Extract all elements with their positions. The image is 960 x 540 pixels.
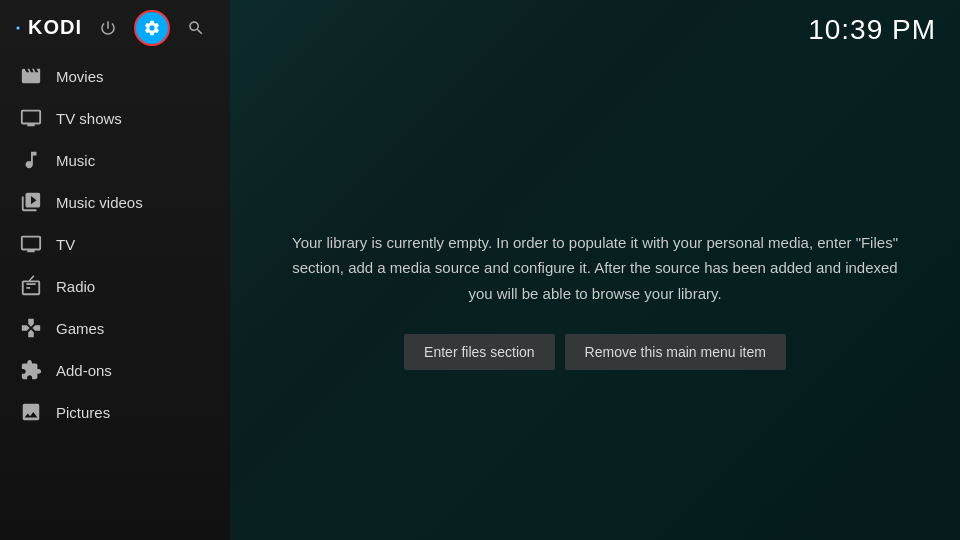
games-icon xyxy=(20,317,42,339)
power-icon xyxy=(99,19,117,37)
power-button[interactable] xyxy=(90,10,126,46)
sidebar: KODI xyxy=(0,0,230,540)
tvshows-label: TV shows xyxy=(56,110,122,127)
games-label: Games xyxy=(56,320,104,337)
radio-label: Radio xyxy=(56,278,95,295)
pictures-icon xyxy=(20,401,42,423)
addons-icon xyxy=(20,359,42,381)
music-icon xyxy=(20,149,42,171)
clock: 10:39 PM xyxy=(808,14,936,46)
search-icon xyxy=(187,19,205,37)
radio-icon xyxy=(20,275,42,297)
top-bar: 10:39 PM xyxy=(230,0,960,60)
action-buttons: Enter files section Remove this main men… xyxy=(404,334,786,370)
sidebar-item-musicvideos[interactable]: Music videos xyxy=(0,181,230,223)
tvshows-icon xyxy=(20,107,42,129)
header-icons xyxy=(90,10,214,46)
library-message: Your library is currently empty. In orde… xyxy=(290,230,900,307)
musicvideos-icon xyxy=(20,191,42,213)
tv-icon xyxy=(20,233,42,255)
nav-list: Movies TV shows Music Music videos TV xyxy=(0,55,230,540)
movies-label: Movies xyxy=(56,68,104,85)
sidebar-item-pictures[interactable]: Pictures xyxy=(0,391,230,433)
settings-icon xyxy=(143,19,161,37)
content-area: Your library is currently empty. In orde… xyxy=(230,60,960,540)
sidebar-item-music[interactable]: Music xyxy=(0,139,230,181)
pictures-label: Pictures xyxy=(56,404,110,421)
musicvideos-label: Music videos xyxy=(56,194,143,211)
kodi-logo-icon xyxy=(16,12,20,44)
sidebar-item-tvshows[interactable]: TV shows xyxy=(0,97,230,139)
movies-icon xyxy=(20,65,42,87)
sidebar-item-games[interactable]: Games xyxy=(0,307,230,349)
app-title: KODI xyxy=(28,16,82,39)
main-content: 10:39 PM Your library is currently empty… xyxy=(230,0,960,540)
search-button[interactable] xyxy=(178,10,214,46)
enter-files-button[interactable]: Enter files section xyxy=(404,334,555,370)
sidebar-item-radio[interactable]: Radio xyxy=(0,265,230,307)
music-label: Music xyxy=(56,152,95,169)
remove-menu-item-button[interactable]: Remove this main menu item xyxy=(565,334,786,370)
settings-button[interactable] xyxy=(134,10,170,46)
sidebar-item-tv[interactable]: TV xyxy=(0,223,230,265)
addons-label: Add-ons xyxy=(56,362,112,379)
tv-label: TV xyxy=(56,236,75,253)
sidebar-header: KODI xyxy=(0,0,230,55)
sidebar-item-addons[interactable]: Add-ons xyxy=(0,349,230,391)
sidebar-item-movies[interactable]: Movies xyxy=(0,55,230,97)
